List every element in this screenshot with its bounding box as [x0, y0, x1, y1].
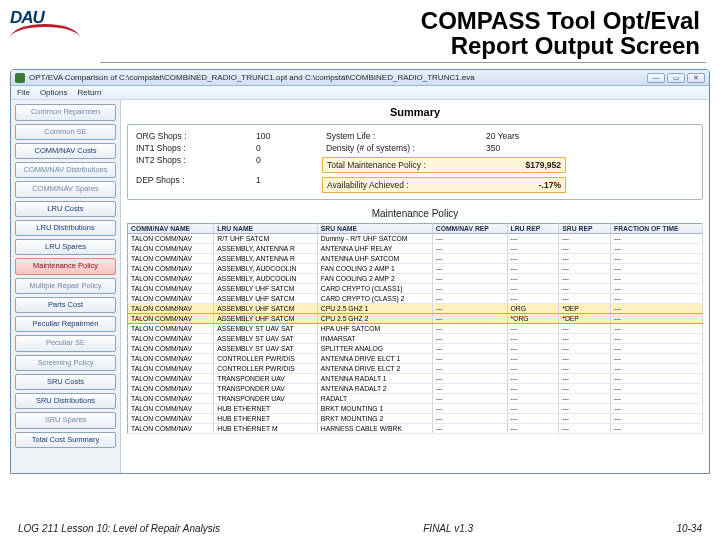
sidebar-item-4[interactable]: COMM/NAV Spares [15, 181, 116, 197]
slide-footer: LOG 211 Lesson 10: Level of Repair Analy… [18, 523, 702, 534]
footer-center: FINAL v1.3 [423, 523, 473, 534]
sidebar-item-1[interactable]: Common SE [15, 124, 116, 140]
close-button[interactable]: ✕ [687, 73, 705, 83]
sum-v2-0: 20 Years [486, 131, 566, 141]
slide-title: COMPASS Tool Opt/Eval Report Output Scre… [80, 8, 700, 58]
summary-box: ORG Shops :100System Life :20 YearsINT1 … [127, 124, 703, 200]
sidebar-item-13[interactable]: Screening Policy [15, 355, 116, 371]
col-1[interactable]: LRU NAME [214, 224, 318, 234]
policy-table: COMM/NAV NAMELRU NAMESRU NAMECOMM/NAV RE… [127, 223, 703, 434]
sidebar-item-16[interactable]: SRU Spares [15, 412, 116, 428]
col-3[interactable]: COMM/NAV REP [432, 224, 507, 234]
col-5[interactable]: SRU REP [559, 224, 611, 234]
sidebar-item-2[interactable]: COMM/NAV Costs [15, 143, 116, 159]
col-6[interactable]: FRACTION OF TIME [611, 224, 703, 234]
sum-l2-0: System Life : [326, 131, 466, 141]
sum-l-3: DEP Shops : [136, 175, 236, 193]
col-0[interactable]: COMM/NAV NAME [128, 224, 214, 234]
main-panel: Summary ORG Shops :100System Life :20 Ye… [121, 100, 709, 473]
table-row[interactable]: TALON COMM/NAVASSEMBLY, ANTENNA RANTENNA… [128, 244, 703, 254]
table-row[interactable]: TALON COMM/NAVHUB ETHERNET MHARNESS CABL… [128, 424, 703, 434]
sum-l2-1: Density (# of systems) : [326, 143, 466, 153]
sidebar-item-0[interactable]: Common Repairmen [15, 104, 116, 120]
sum-l-2: INT2 Shops : [136, 155, 236, 173]
sidebar: Common RepairmenCommon SECOMM/NAV CostsC… [11, 100, 121, 473]
sidebar-item-7[interactable]: LRU Spares [15, 239, 116, 255]
summary-heading: Summary [127, 104, 703, 124]
sum-l-1: INT1 Shops : [136, 143, 236, 153]
window-title: OPT/EVA Comparison of C:\compstat\COMBIN… [29, 73, 643, 82]
app-icon [15, 73, 25, 83]
divider [100, 62, 706, 63]
sidebar-item-17[interactable]: Total Cost Summary [15, 432, 116, 448]
table-row[interactable]: TALON COMM/NAVASSEMBLY, ANTENNA RANTENNA… [128, 254, 703, 264]
sum-v-3: 1 [256, 175, 306, 193]
titlebar: OPT/EVA Comparison of C:\compstat\COMBIN… [11, 70, 709, 86]
table-row[interactable]: TALON COMM/NAVASSEMBLY ST UAV SATINMARSA… [128, 334, 703, 344]
col-2[interactable]: SRU NAME [317, 224, 432, 234]
sidebar-item-5[interactable]: LRU Costs [15, 201, 116, 217]
table-row[interactable]: TALON COMM/NAVASSEMBLY UHF SATCMCPU 2.5 … [128, 304, 703, 314]
menubar: File Options Return [11, 86, 709, 100]
sum-v-1: 0 [256, 143, 306, 153]
table-row[interactable]: TALON COMM/NAVHUB ETHERNETBRKT MOUNTING … [128, 414, 703, 424]
sidebar-item-14[interactable]: SRU Costs [15, 374, 116, 390]
sidebar-item-3[interactable]: COMM/NAV Distributions [15, 162, 116, 178]
table-row[interactable]: TALON COMM/NAVCONTROLLER PWR/DISANTENNA … [128, 354, 703, 364]
table-row[interactable]: TALON COMM/NAVASSEMBLY, AUDCOOLINFAN COO… [128, 274, 703, 284]
sidebar-item-9[interactable]: Multiple Repair Policy [15, 278, 116, 294]
menu-options[interactable]: Options [40, 88, 68, 97]
table-row[interactable]: TALON COMM/NAVTRANSPONDER UAVANTENNA RAD… [128, 374, 703, 384]
table-row[interactable]: TALON COMM/NAVTRANSPONDER UAVRADALT-----… [128, 394, 703, 404]
menu-return[interactable]: Return [77, 88, 101, 97]
col-4[interactable]: LRU REP [507, 224, 559, 234]
sidebar-item-11[interactable]: Peculiar Repairmen [15, 316, 116, 332]
table-row[interactable]: TALON COMM/NAVASSEMBLY ST UAV SATHPA UHF… [128, 324, 703, 334]
footer-right: 10-34 [676, 523, 702, 534]
table-row[interactable]: TALON COMM/NAVCONTROLLER PWR/DISANTENNA … [128, 364, 703, 374]
sum-hl-1: Total Maintenance Policy :$179,952 [322, 157, 566, 173]
sum-hl-2: Availability Achieved :-.17% [322, 177, 566, 193]
table-row[interactable]: TALON COMM/NAVASSEMBLY UHF SATCMCARD CRY… [128, 284, 703, 294]
policy-heading: Maintenance Policy [127, 200, 703, 223]
footer-left: LOG 211 Lesson 10: Level of Repair Analy… [18, 523, 220, 534]
minimize-button[interactable]: — [647, 73, 665, 83]
sidebar-item-10[interactable]: Parts Cost [15, 297, 116, 313]
dau-logo: DAU [10, 8, 80, 40]
sum-v-2: 0 [256, 155, 306, 173]
sidebar-item-8[interactable]: Maintenance Policy [15, 258, 116, 274]
sidebar-item-12[interactable]: Peculiar SE [15, 335, 116, 351]
sum-v2-1: 350 [486, 143, 566, 153]
sidebar-item-6[interactable]: LRU Distributions [15, 220, 116, 236]
sum-v-0: 100 [256, 131, 306, 141]
sum-l-0: ORG Shops : [136, 131, 236, 141]
sidebar-item-15[interactable]: SRU Distributions [15, 393, 116, 409]
table-row[interactable]: TALON COMM/NAVASSEMBLY UHF SATCMCPU 2.5 … [128, 314, 703, 324]
table-row[interactable]: TALON COMM/NAVASSEMBLY ST UAV SATSPLITTE… [128, 344, 703, 354]
table-row[interactable]: TALON COMM/NAVASSEMBLY UHF SATCMCARD CRY… [128, 294, 703, 304]
app-window: OPT/EVA Comparison of C:\compstat\COMBIN… [10, 69, 710, 474]
table-row[interactable]: TALON COMM/NAVASSEMBLY, AUDCOOLINFAN COO… [128, 264, 703, 274]
table-row[interactable]: TALON COMM/NAVTRANSPONDER UAVANTENNA RAD… [128, 384, 703, 394]
menu-file[interactable]: File [17, 88, 30, 97]
table-row[interactable]: TALON COMM/NAVR/T UHF SATCMDummy - R/T U… [128, 234, 703, 244]
table-row[interactable]: TALON COMM/NAVHUB ETHERNETBRKT MOUNTING … [128, 404, 703, 414]
maximize-button[interactable]: ▭ [667, 73, 685, 83]
